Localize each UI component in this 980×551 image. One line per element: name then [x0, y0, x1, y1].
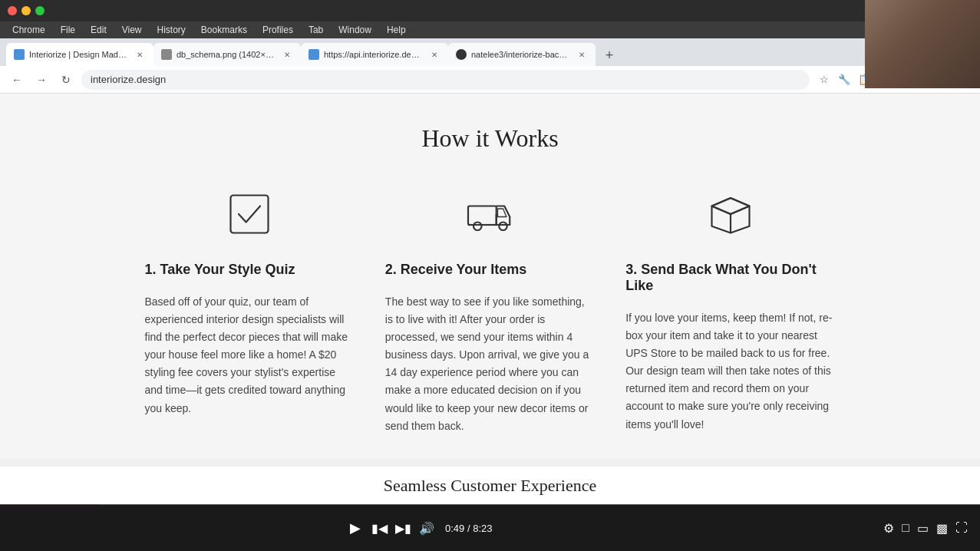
tab-1-favicon [14, 49, 25, 60]
svg-point-2 [474, 223, 482, 231]
browser-title-bar: Tue Aug 24 11:13 AM [0, 0, 980, 21]
menu-history[interactable]: History [151, 23, 192, 37]
steps-grid: 1. Take Your Style Quiz Based off of you… [145, 183, 836, 435]
video-bar: ▶ ▮◀ ▶▮ 🔊 0:49 / 8:23 ⚙ □ ▭ ▩ ⛶ [0, 505, 980, 551]
maximize-button[interactable] [35, 6, 45, 15]
tabs-bar: Interiorize | Design Made Easy ✕ db_sche… [0, 38, 980, 66]
step-2-desc: The best way to see if you like somethin… [385, 293, 595, 435]
webcam-person [865, 0, 980, 88]
step-3-icon [625, 183, 835, 245]
checkbox-icon [223, 187, 276, 241]
tab-3-label: https://api.interiorize.design [324, 50, 424, 59]
video-controls: ▮◀ ▶▮ 🔊 0:49 / 8:23 [371, 521, 492, 536]
box-icon [704, 187, 757, 241]
section-title: How it Works [145, 124, 836, 153]
page-content: How it Works 1. Take Your Style Quiz Bas… [0, 94, 980, 459]
svg-marker-7 [711, 198, 749, 214]
tab-3-close[interactable]: ✕ [428, 48, 441, 61]
forward-button[interactable]: → [32, 71, 51, 89]
tab-4-close[interactable]: ✕ [576, 48, 588, 61]
bookmark-icon[interactable]: ☆ [816, 71, 833, 88]
step-2: 2. Receive Your Items The best way to se… [385, 183, 595, 435]
step-1: 1. Take Your Style Quiz Based off of you… [145, 183, 355, 435]
close-button[interactable] [8, 6, 17, 15]
tab-4-label: natelee3/interiorize-backend... [471, 50, 571, 59]
menu-file[interactable]: File [54, 23, 81, 37]
step-1-icon [145, 183, 355, 245]
menu-profiles[interactable]: Profiles [256, 23, 299, 37]
reload-button[interactable]: ↻ [57, 71, 75, 89]
volume-button[interactable]: 🔊 [419, 521, 434, 536]
tab-2-favicon [161, 49, 172, 60]
new-tab-button[interactable]: + [599, 45, 620, 66]
menu-bookmarks[interactable]: Bookmarks [195, 23, 253, 37]
settings-button[interactable]: ⚙ [883, 521, 894, 536]
seamless-bar: Seamless Customer Experience [0, 467, 980, 505]
menu-window[interactable]: Window [332, 23, 378, 37]
tab-4-favicon [456, 49, 467, 60]
current-time: 0:49 [445, 523, 464, 534]
next-button[interactable]: ▶▮ [395, 521, 411, 536]
miniplayer-button[interactable]: □ [902, 521, 909, 535]
tab-3[interactable]: https://api.interiorize.design ✕ [301, 43, 448, 66]
svg-line-10 [731, 206, 750, 215]
step-3-title: 3. Send Back What You Don't Like [625, 262, 835, 294]
total-time: 8:23 [473, 523, 492, 534]
menu-chrome[interactable]: Chrome [6, 23, 51, 37]
svg-point-3 [500, 223, 508, 231]
video-right-controls: ⚙ □ ▭ ▩ ⛶ [883, 521, 968, 536]
menu-bar: Chrome File Edit View History Bookmarks … [0, 21, 980, 38]
step-3-desc: If you love your items, keep them! If no… [625, 309, 835, 434]
video-time: 0:49 / 8:23 [445, 523, 492, 534]
svg-rect-0 [231, 196, 269, 233]
step-2-title: 2. Receive Your Items [385, 262, 595, 278]
how-it-works-section: How it Works 1. Take Your Style Quiz Bas… [145, 124, 836, 435]
step-2-icon [385, 183, 595, 245]
step-3: 3. Send Back What You Don't Like If you … [625, 183, 835, 435]
back-button[interactable]: ← [8, 71, 26, 89]
menu-help[interactable]: Help [381, 23, 412, 37]
tab-3-favicon [309, 49, 319, 60]
step-1-desc: Based off of your quiz, our team of expe… [145, 293, 355, 417]
minimize-button[interactable] [21, 6, 31, 15]
menu-view[interactable]: View [116, 23, 148, 37]
fullscreen-button[interactable]: ⛶ [955, 521, 968, 535]
tab-2[interactable]: db_schema.png (1402×755) ✕ [153, 43, 301, 66]
play-button[interactable]: ▶ [350, 520, 361, 536]
address-input[interactable] [81, 70, 810, 90]
tab-2-label: db_schema.png (1402×755) [177, 50, 276, 59]
tab-4[interactable]: natelee3/interiorize-backend... ✕ [448, 43, 596, 66]
tab-1-close[interactable]: ✕ [134, 48, 146, 61]
extension-icon-1[interactable]: 🔧 [836, 71, 853, 88]
cast-button[interactable]: ▩ [936, 521, 948, 536]
skip-back-button[interactable]: ▮◀ [371, 521, 388, 536]
menu-edit[interactable]: Edit [84, 23, 113, 37]
svg-line-9 [711, 206, 731, 215]
truck-icon [463, 187, 516, 241]
tab-1[interactable]: Interiorize | Design Made Easy ✕ [6, 43, 153, 66]
seamless-text: Seamless Customer Experience [384, 476, 596, 496]
menu-tab[interactable]: Tab [302, 23, 329, 37]
theater-button[interactable]: ▭ [917, 521, 929, 536]
tab-2-close[interactable]: ✕ [281, 48, 293, 61]
address-bar: ← → ↻ ☆ 🔧 📋 ⊞ ★ ⬛ 👤 ⋮ [0, 66, 980, 94]
webcam-overlay [865, 0, 980, 88]
tab-1-label: Interiorize | Design Made Easy [29, 50, 129, 59]
window-controls [8, 6, 45, 15]
step-1-title: 1. Take Your Style Quiz [145, 262, 355, 278]
svg-rect-1 [468, 206, 497, 226]
